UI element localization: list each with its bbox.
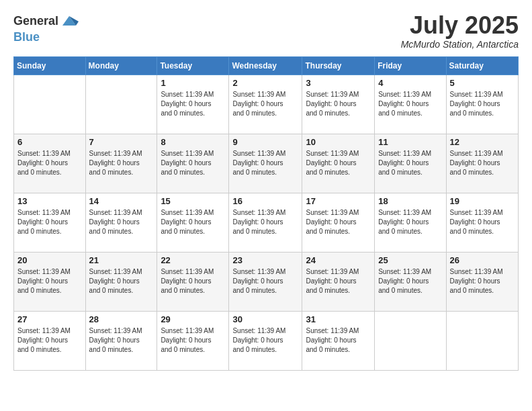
day-info: Sunset: 11:39 AM Daylight: 0 hours and 0… xyxy=(450,90,515,118)
day-info: Sunset: 11:39 AM Daylight: 0 hours and 0… xyxy=(17,326,82,355)
day-number: 8 xyxy=(161,137,225,147)
calendar-cell: 27Sunset: 11:39 AM Daylight: 0 hours and… xyxy=(14,311,86,370)
day-number: 3 xyxy=(306,78,371,88)
calendar-cell: 2Sunset: 11:39 AM Daylight: 0 hours and … xyxy=(229,75,302,134)
day-info: Sunset: 11:39 AM Daylight: 0 hours and 0… xyxy=(450,149,515,177)
header-sunday: Sunday xyxy=(14,56,86,75)
day-info: Sunset: 11:39 AM Daylight: 0 hours and 0… xyxy=(306,149,371,177)
day-number: 31 xyxy=(306,314,371,324)
calendar-cell: 30Sunset: 11:39 AM Daylight: 0 hours and… xyxy=(229,311,302,370)
calendar-cell: 10Sunset: 11:39 AM Daylight: 0 hours and… xyxy=(302,134,375,193)
calendar-cell: 11Sunset: 11:39 AM Daylight: 0 hours and… xyxy=(375,134,446,193)
day-number: 30 xyxy=(232,314,298,324)
day-number: 20 xyxy=(17,255,82,265)
day-info: Sunset: 11:39 AM Daylight: 0 hours and 0… xyxy=(232,149,298,177)
day-number: 28 xyxy=(89,314,154,324)
header-tuesday: Tuesday xyxy=(157,56,229,75)
day-info: Sunset: 11:39 AM Daylight: 0 hours and 0… xyxy=(17,267,82,295)
day-number: 5 xyxy=(450,78,515,88)
day-info: Sunset: 11:39 AM Daylight: 0 hours and 0… xyxy=(161,267,225,295)
day-number: 1 xyxy=(161,78,225,88)
calendar-cell: 1Sunset: 11:39 AM Daylight: 0 hours and … xyxy=(157,75,229,134)
calendar-cell: 28Sunset: 11:39 AM Daylight: 0 hours and… xyxy=(85,311,157,370)
day-number: 23 xyxy=(232,255,298,265)
logo-icon xyxy=(60,12,79,31)
day-number: 22 xyxy=(161,255,225,265)
calendar-cell: 12Sunset: 11:39 AM Daylight: 0 hours and… xyxy=(446,134,518,193)
calendar-cell xyxy=(14,75,86,134)
calendar-cell xyxy=(446,311,518,370)
day-number: 6 xyxy=(17,137,82,147)
header-wednesday: Wednesday xyxy=(229,56,302,75)
day-number: 4 xyxy=(378,78,442,88)
day-info: Sunset: 11:39 AM Daylight: 0 hours and 0… xyxy=(378,267,442,295)
week-row-3: 13Sunset: 11:39 AM Daylight: 0 hours and… xyxy=(14,193,519,252)
day-info: Sunset: 11:39 AM Daylight: 0 hours and 0… xyxy=(89,208,154,236)
calendar-cell: 24Sunset: 11:39 AM Daylight: 0 hours and… xyxy=(302,252,375,311)
day-info: Sunset: 11:39 AM Daylight: 0 hours and 0… xyxy=(232,326,298,355)
calendar-cell: 16Sunset: 11:39 AM Daylight: 0 hours and… xyxy=(229,193,302,252)
week-row-4: 20Sunset: 11:39 AM Daylight: 0 hours and… xyxy=(14,252,519,311)
calendar-cell: 14Sunset: 11:39 AM Daylight: 0 hours and… xyxy=(85,193,157,252)
day-info: Sunset: 11:39 AM Daylight: 0 hours and 0… xyxy=(306,267,371,295)
day-info: Sunset: 11:39 AM Daylight: 0 hours and 0… xyxy=(306,208,371,236)
day-info: Sunset: 11:39 AM Daylight: 0 hours and 0… xyxy=(232,90,298,118)
logo-text: General xyxy=(13,15,58,28)
day-number: 11 xyxy=(378,137,442,147)
day-number: 16 xyxy=(232,196,298,206)
day-info: Sunset: 11:39 AM Daylight: 0 hours and 0… xyxy=(378,149,442,177)
calendar-cell: 4Sunset: 11:39 AM Daylight: 0 hours and … xyxy=(375,75,446,134)
logo-blue-text: Blue xyxy=(13,31,40,44)
calendar-cell xyxy=(375,311,446,370)
day-info: Sunset: 11:39 AM Daylight: 0 hours and 0… xyxy=(17,208,82,236)
week-row-1: 1Sunset: 11:39 AM Daylight: 0 hours and … xyxy=(14,75,519,134)
day-info: Sunset: 11:39 AM Daylight: 0 hours and 0… xyxy=(232,208,298,236)
day-number: 26 xyxy=(450,255,515,265)
calendar-cell: 3Sunset: 11:39 AM Daylight: 0 hours and … xyxy=(302,75,375,134)
day-info: Sunset: 11:39 AM Daylight: 0 hours and 0… xyxy=(89,326,154,355)
calendar-cell: 31Sunset: 11:39 AM Daylight: 0 hours and… xyxy=(302,311,375,370)
calendar-cell: 25Sunset: 11:39 AM Daylight: 0 hours and… xyxy=(375,252,446,311)
location-title: McMurdo Station, Antarctica xyxy=(401,39,519,50)
day-info: Sunset: 11:39 AM Daylight: 0 hours and 0… xyxy=(17,149,82,177)
logo: General Blue xyxy=(13,12,79,44)
day-number: 19 xyxy=(450,196,515,206)
calendar-cell: 29Sunset: 11:39 AM Daylight: 0 hours and… xyxy=(157,311,229,370)
calendar-header-row: SundayMondayTuesdayWednesdayThursdayFrid… xyxy=(14,56,519,75)
calendar-cell: 6Sunset: 11:39 AM Daylight: 0 hours and … xyxy=(14,134,86,193)
day-number: 9 xyxy=(232,137,298,147)
calendar-cell xyxy=(85,75,157,134)
day-info: Sunset: 11:39 AM Daylight: 0 hours and 0… xyxy=(306,90,371,118)
day-number: 12 xyxy=(450,137,515,147)
page: General Blue July 2025 McMurdo Station, … xyxy=(0,0,532,411)
day-info: Sunset: 11:39 AM Daylight: 0 hours and 0… xyxy=(89,267,154,295)
day-info: Sunset: 11:39 AM Daylight: 0 hours and 0… xyxy=(306,326,371,355)
day-number: 15 xyxy=(161,196,225,206)
calendar-cell: 9Sunset: 11:39 AM Daylight: 0 hours and … xyxy=(229,134,302,193)
day-info: Sunset: 11:39 AM Daylight: 0 hours and 0… xyxy=(161,208,225,236)
day-number: 7 xyxy=(89,137,154,147)
day-info: Sunset: 11:39 AM Daylight: 0 hours and 0… xyxy=(450,267,515,295)
day-info: Sunset: 11:39 AM Daylight: 0 hours and 0… xyxy=(232,267,298,295)
calendar: SundayMondayTuesdayWednesdayThursdayFrid… xyxy=(13,56,519,371)
week-row-5: 27Sunset: 11:39 AM Daylight: 0 hours and… xyxy=(14,311,519,370)
calendar-cell: 20Sunset: 11:39 AM Daylight: 0 hours and… xyxy=(14,252,86,311)
calendar-cell: 17Sunset: 11:39 AM Daylight: 0 hours and… xyxy=(302,193,375,252)
day-number: 18 xyxy=(378,196,442,206)
calendar-cell: 5Sunset: 11:39 AM Daylight: 0 hours and … xyxy=(446,75,518,134)
day-info: Sunset: 11:39 AM Daylight: 0 hours and 0… xyxy=(378,208,442,236)
day-number: 24 xyxy=(306,255,371,265)
calendar-cell: 18Sunset: 11:39 AM Daylight: 0 hours and… xyxy=(375,193,446,252)
day-info: Sunset: 11:39 AM Daylight: 0 hours and 0… xyxy=(161,149,225,177)
calendar-cell: 21Sunset: 11:39 AM Daylight: 0 hours and… xyxy=(85,252,157,311)
header: General Blue July 2025 McMurdo Station, … xyxy=(13,12,519,50)
day-number: 10 xyxy=(306,137,371,147)
day-number: 29 xyxy=(161,314,225,324)
week-row-2: 6Sunset: 11:39 AM Daylight: 0 hours and … xyxy=(14,134,519,193)
day-number: 13 xyxy=(17,196,82,206)
calendar-cell: 22Sunset: 11:39 AM Daylight: 0 hours and… xyxy=(157,252,229,311)
day-info: Sunset: 11:39 AM Daylight: 0 hours and 0… xyxy=(378,90,442,118)
day-number: 27 xyxy=(17,314,82,324)
calendar-cell: 7Sunset: 11:39 AM Daylight: 0 hours and … xyxy=(85,134,157,193)
day-number: 2 xyxy=(232,78,298,88)
